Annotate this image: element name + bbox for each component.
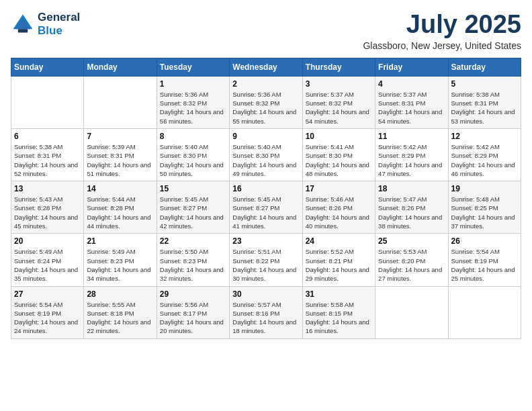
day-info: Sunrise: 5:48 AM Sunset: 8:25 PM Dayligh…: [451, 195, 518, 230]
week-row-3: 13Sunrise: 5:43 AM Sunset: 8:28 PM Dayli…: [11, 181, 521, 234]
day-info: Sunrise: 5:39 AM Sunset: 8:31 PM Dayligh…: [87, 142, 153, 178]
day-info: Sunrise: 5:44 AM Sunset: 8:28 PM Dayligh…: [87, 195, 153, 230]
day-info: Sunrise: 5:40 AM Sunset: 8:30 PM Dayligh…: [232, 142, 299, 178]
day-info: Sunrise: 5:50 AM Sunset: 8:23 PM Dayligh…: [160, 247, 226, 283]
day-number: 24: [306, 236, 372, 246]
day-cell: 30Sunrise: 5:57 AM Sunset: 8:16 PM Dayli…: [230, 286, 302, 338]
day-number: 31: [306, 289, 372, 299]
day-number: 28: [87, 289, 153, 299]
day-info: Sunrise: 5:40 AM Sunset: 8:30 PM Dayligh…: [160, 142, 226, 178]
day-info: Sunrise: 5:47 AM Sunset: 8:26 PM Dayligh…: [378, 195, 445, 230]
day-info: Sunrise: 5:55 AM Sunset: 8:18 PM Dayligh…: [87, 300, 153, 336]
day-number: 2: [232, 79, 299, 89]
day-number: 19: [451, 184, 518, 193]
day-cell: 4Sunrise: 5:37 AM Sunset: 8:31 PM Daylig…: [375, 76, 448, 128]
day-cell: [11, 76, 84, 128]
day-info: Sunrise: 5:38 AM Sunset: 8:31 PM Dayligh…: [14, 142, 81, 178]
day-number: 17: [306, 184, 372, 193]
week-row-4: 20Sunrise: 5:49 AM Sunset: 8:24 PM Dayli…: [11, 234, 521, 286]
day-info: Sunrise: 5:43 AM Sunset: 8:28 PM Dayligh…: [14, 195, 81, 230]
logo-icon: [11, 12, 35, 36]
day-number: 15: [160, 184, 226, 193]
day-info: Sunrise: 5:36 AM Sunset: 8:32 PM Dayligh…: [232, 90, 299, 126]
day-cell: 11Sunrise: 5:42 AM Sunset: 8:29 PM Dayli…: [375, 128, 448, 181]
day-cell: 10Sunrise: 5:41 AM Sunset: 8:30 PM Dayli…: [302, 128, 375, 181]
day-number: 30: [232, 289, 299, 299]
day-info: Sunrise: 5:36 AM Sunset: 8:32 PM Dayligh…: [160, 90, 226, 126]
header-tuesday: Tuesday: [157, 58, 229, 76]
day-cell: 9Sunrise: 5:40 AM Sunset: 8:30 PM Daylig…: [230, 128, 302, 181]
day-number: 13: [14, 184, 81, 193]
day-info: Sunrise: 5:54 AM Sunset: 8:19 PM Dayligh…: [14, 300, 81, 336]
day-cell: [375, 286, 448, 338]
day-cell: 23Sunrise: 5:51 AM Sunset: 8:22 PM Dayli…: [230, 234, 302, 286]
day-cell: 17Sunrise: 5:46 AM Sunset: 8:26 PM Dayli…: [302, 181, 375, 234]
day-cell: 24Sunrise: 5:52 AM Sunset: 8:21 PM Dayli…: [302, 234, 375, 286]
day-number: 26: [451, 236, 518, 246]
logo: General Blue: [11, 11, 80, 37]
day-cell: 7Sunrise: 5:39 AM Sunset: 8:31 PM Daylig…: [84, 128, 157, 181]
day-cell: 18Sunrise: 5:47 AM Sunset: 8:26 PM Dayli…: [375, 181, 448, 234]
day-info: Sunrise: 5:38 AM Sunset: 8:31 PM Dayligh…: [451, 90, 518, 126]
day-info: Sunrise: 5:45 AM Sunset: 8:27 PM Dayligh…: [160, 195, 226, 230]
header-saturday: Saturday: [448, 58, 521, 76]
day-info: Sunrise: 5:49 AM Sunset: 8:24 PM Dayligh…: [14, 247, 81, 283]
day-info: Sunrise: 5:56 AM Sunset: 8:17 PM Dayligh…: [160, 300, 226, 336]
day-number: 5: [451, 79, 518, 89]
day-cell: 12Sunrise: 5:42 AM Sunset: 8:29 PM Dayli…: [448, 128, 521, 181]
svg-rect-2: [18, 29, 28, 32]
header-wednesday: Wednesday: [230, 58, 302, 76]
day-number: 12: [451, 132, 518, 141]
day-cell: 5Sunrise: 5:38 AM Sunset: 8:31 PM Daylig…: [448, 76, 521, 128]
day-cell: 13Sunrise: 5:43 AM Sunset: 8:28 PM Dayli…: [11, 181, 84, 234]
header-sunday: Sunday: [11, 58, 84, 76]
day-number: 29: [160, 289, 226, 299]
day-cell: 14Sunrise: 5:44 AM Sunset: 8:28 PM Dayli…: [84, 181, 157, 234]
day-cell: 15Sunrise: 5:45 AM Sunset: 8:27 PM Dayli…: [157, 181, 229, 234]
day-info: Sunrise: 5:51 AM Sunset: 8:22 PM Dayligh…: [232, 247, 299, 283]
location: Glassboro, New Jersey, United States: [363, 40, 521, 51]
day-info: Sunrise: 5:46 AM Sunset: 8:26 PM Dayligh…: [306, 195, 372, 230]
day-number: 9: [232, 132, 299, 141]
day-number: 11: [378, 132, 445, 141]
header-monday: Monday: [84, 58, 157, 76]
day-cell: 8Sunrise: 5:40 AM Sunset: 8:30 PM Daylig…: [157, 128, 229, 181]
day-info: Sunrise: 5:42 AM Sunset: 8:29 PM Dayligh…: [451, 142, 518, 178]
day-cell: 16Sunrise: 5:45 AM Sunset: 8:27 PM Dayli…: [230, 181, 302, 234]
day-cell: 29Sunrise: 5:56 AM Sunset: 8:17 PM Dayli…: [157, 286, 229, 338]
day-cell: 2Sunrise: 5:36 AM Sunset: 8:32 PM Daylig…: [230, 76, 302, 128]
day-info: Sunrise: 5:58 AM Sunset: 8:15 PM Dayligh…: [306, 300, 372, 336]
day-number: 27: [14, 289, 81, 299]
day-number: 1: [160, 79, 226, 89]
day-number: 14: [87, 184, 153, 193]
title-block: July 2025 Glassboro, New Jersey, United …: [363, 11, 521, 51]
day-number: 7: [87, 132, 153, 141]
day-cell: 3Sunrise: 5:37 AM Sunset: 8:32 PM Daylig…: [302, 76, 375, 128]
logo-text: General Blue: [38, 11, 80, 37]
day-cell: 27Sunrise: 5:54 AM Sunset: 8:19 PM Dayli…: [11, 286, 84, 338]
week-row-2: 6Sunrise: 5:38 AM Sunset: 8:31 PM Daylig…: [11, 128, 521, 181]
day-info: Sunrise: 5:37 AM Sunset: 8:32 PM Dayligh…: [306, 90, 372, 126]
day-cell: 26Sunrise: 5:54 AM Sunset: 8:19 PM Dayli…: [448, 234, 521, 286]
day-cell: 19Sunrise: 5:48 AM Sunset: 8:25 PM Dayli…: [448, 181, 521, 234]
day-info: Sunrise: 5:53 AM Sunset: 8:20 PM Dayligh…: [378, 247, 445, 283]
page-header: General Blue July 2025 Glassboro, New Je…: [11, 11, 521, 51]
day-info: Sunrise: 5:42 AM Sunset: 8:29 PM Dayligh…: [378, 142, 445, 178]
day-number: 6: [14, 132, 81, 141]
day-cell: 28Sunrise: 5:55 AM Sunset: 8:18 PM Dayli…: [84, 286, 157, 338]
day-cell: [84, 76, 157, 128]
day-cell: 25Sunrise: 5:53 AM Sunset: 8:20 PM Dayli…: [375, 234, 448, 286]
day-cell: 31Sunrise: 5:58 AM Sunset: 8:15 PM Dayli…: [302, 286, 375, 338]
day-cell: 20Sunrise: 5:49 AM Sunset: 8:24 PM Dayli…: [11, 234, 84, 286]
calendar-header-row: SundayMondayTuesdayWednesdayThursdayFrid…: [11, 58, 521, 76]
day-info: Sunrise: 5:54 AM Sunset: 8:19 PM Dayligh…: [451, 247, 518, 283]
day-number: 21: [87, 236, 153, 246]
day-cell: 6Sunrise: 5:38 AM Sunset: 8:31 PM Daylig…: [11, 128, 84, 181]
day-cell: 1Sunrise: 5:36 AM Sunset: 8:32 PM Daylig…: [157, 76, 229, 128]
day-info: Sunrise: 5:37 AM Sunset: 8:31 PM Dayligh…: [378, 90, 445, 126]
day-number: 25: [378, 236, 445, 246]
day-number: 10: [306, 132, 372, 141]
day-info: Sunrise: 5:52 AM Sunset: 8:21 PM Dayligh…: [306, 247, 372, 283]
week-row-5: 27Sunrise: 5:54 AM Sunset: 8:19 PM Dayli…: [11, 286, 521, 338]
month-title: July 2025: [363, 11, 521, 39]
